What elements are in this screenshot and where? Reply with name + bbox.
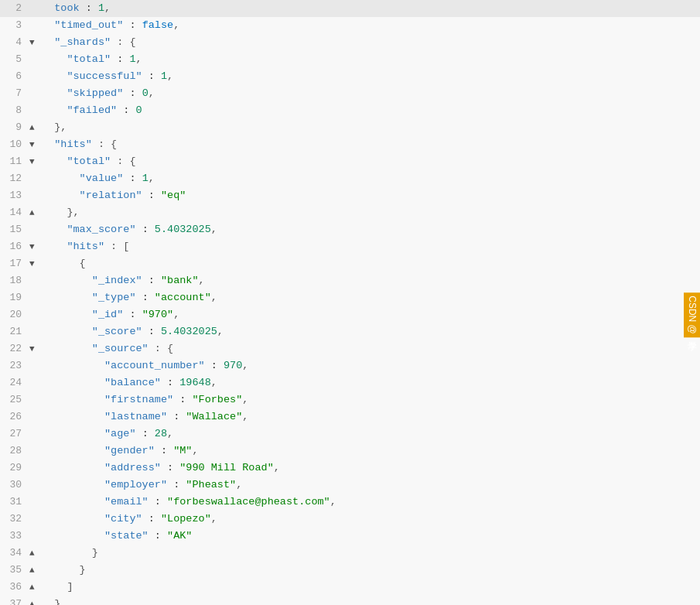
- token-key: "hits": [67, 241, 104, 252]
- fold-arrow[interactable]: ▼: [29, 238, 40, 255]
- token-key: "total": [67, 53, 111, 65]
- token-string: "account": [155, 292, 211, 303]
- line-content: "skipped" : 0,: [40, 85, 155, 102]
- code-line: 4▼ "_shards" : {: [0, 34, 700, 51]
- line-content: "total" : 1,: [40, 51, 142, 68]
- token-number: 0: [142, 87, 149, 99]
- code-line: 17▼ {: [0, 255, 700, 272]
- code-line: 28 "gender" : "M",: [0, 443, 700, 460]
- token-number: 19648: [179, 377, 211, 388]
- token-key: "firstname": [104, 394, 173, 405]
- token-bracket: }: [54, 598, 60, 605]
- token-bracket: : {: [149, 343, 173, 354]
- line-number: 5: [0, 51, 29, 68]
- line-content: "account_number" : 970,: [40, 357, 248, 374]
- token-string: "Lopezo": [161, 513, 211, 525]
- token-default: :: [161, 377, 179, 388]
- code-line: 24 "balance" : 19648,: [0, 374, 700, 391]
- line-number: 4: [0, 34, 29, 51]
- line-number: 23: [0, 357, 29, 374]
- line-number: 6: [0, 68, 29, 85]
- line-number: 29: [0, 460, 29, 477]
- token-key: "_type": [92, 292, 136, 303]
- token-key: "_score": [92, 326, 142, 337]
- token-number: 1: [129, 53, 135, 65]
- line-content: took : 1,: [40, 0, 111, 17]
- line-content: "failed" : 0: [40, 102, 142, 119]
- fold-arrow[interactable]: ▲: [29, 204, 40, 221]
- code-line: 21 "_score" : 5.4032025,: [0, 323, 700, 340]
- token-bracket: : {: [111, 156, 135, 167]
- token-key: "failed": [67, 104, 117, 116]
- line-number: 30: [0, 477, 29, 494]
- code-line: 26 "lastname" : "Wallace",: [0, 408, 700, 426]
- line-content: "gender" : "M",: [40, 443, 199, 460]
- token-default: :: [167, 411, 186, 422]
- line-content: "_shards" : {: [40, 34, 136, 51]
- token-key: "_source": [92, 343, 149, 354]
- line-content: "employer" : "Pheast",: [40, 477, 242, 494]
- line-number: 36: [0, 579, 29, 596]
- line-content: "total" : {: [40, 153, 136, 170]
- token-default: :: [149, 530, 167, 542]
- line-content: "firstname" : "Forbes",: [40, 391, 248, 408]
- token-bracket: }: [92, 547, 98, 559]
- token-string: "Wallace": [186, 411, 242, 422]
- fold-arrow[interactable]: ▼: [29, 136, 40, 153]
- line-number: 7: [0, 85, 29, 102]
- token-default: :: [142, 326, 161, 337]
- token-default: :: [142, 70, 161, 82]
- token-default: :: [142, 513, 161, 525]
- line-number: 19: [0, 289, 29, 306]
- code-line: 34▲ }: [0, 545, 700, 562]
- line-number: 31: [0, 494, 29, 511]
- code-line: 3 "timed_out" : false,: [0, 17, 700, 34]
- fold-arrow[interactable]: ▲: [29, 545, 40, 562]
- line-content: "state" : "AK": [40, 528, 192, 545]
- line-content: },: [40, 204, 80, 221]
- code-line: 27 "age" : 28,: [0, 426, 700, 443]
- line-content: "value" : 1,: [40, 170, 155, 187]
- line-number: 24: [0, 374, 29, 391]
- token-key: "value": [80, 173, 124, 184]
- line-content: "max_score" : 5.4032025,: [40, 221, 217, 238]
- code-line: 9▲ },: [0, 119, 700, 136]
- line-content: "hits" : {: [40, 136, 117, 153]
- token-comma: ,: [211, 377, 217, 388]
- token-default: :: [123, 87, 142, 99]
- line-content: "email" : "forbeswallace@pheast.com",: [40, 494, 336, 511]
- token-default: :: [161, 462, 179, 473]
- token-default: :: [167, 479, 186, 490]
- token-comma: ,: [173, 309, 179, 320]
- line-number: 34: [0, 545, 29, 562]
- token-bracket: : {: [111, 36, 135, 48]
- token-key: "gender": [104, 445, 155, 456]
- line-content: "_id" : "970",: [40, 306, 179, 323]
- code-container: 2 took : 1,3 "timed_out" : false,4▼ "_sh…: [0, 0, 700, 605]
- fold-arrow[interactable]: ▲: [29, 119, 40, 136]
- token-comma: ,: [173, 19, 179, 31]
- token-default: :: [123, 19, 142, 31]
- line-content: {: [40, 255, 86, 272]
- fold-arrow[interactable]: ▲: [29, 596, 40, 605]
- line-content: "relation" : "eq": [40, 187, 186, 204]
- fold-arrow[interactable]: ▼: [29, 34, 40, 51]
- token-default: :: [142, 275, 161, 286]
- fold-arrow[interactable]: ▲: [29, 562, 40, 579]
- token-bracket: : [: [104, 241, 129, 252]
- line-number: 10: [0, 136, 29, 153]
- token-string: "990 Mill Road": [179, 462, 274, 473]
- line-number: 9: [0, 119, 29, 136]
- line-number: 35: [0, 562, 29, 579]
- code-line: 22▼ "_source" : {: [0, 340, 700, 357]
- fold-arrow[interactable]: ▲: [29, 579, 40, 596]
- token-comma: ,: [149, 173, 155, 184]
- code-line: 10▼ "hits" : {: [0, 136, 700, 153]
- fold-arrow[interactable]: ▼: [29, 255, 40, 272]
- fold-arrow[interactable]: ▼: [29, 153, 40, 170]
- token-comma: ,: [192, 445, 198, 456]
- token-bracket: },: [67, 207, 79, 218]
- token-bracket: },: [54, 121, 67, 133]
- fold-arrow[interactable]: ▼: [29, 340, 40, 357]
- code-line: 29 "address" : "990 Mill Road",: [0, 460, 700, 477]
